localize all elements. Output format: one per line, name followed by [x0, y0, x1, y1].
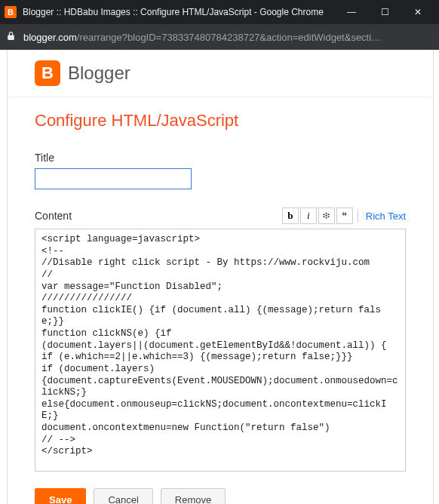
url-path: /rearrange?blogID=738337480784238727&act… [77, 32, 381, 43]
blogger-logo-icon: B [35, 60, 60, 86]
toolbar-separator [358, 209, 358, 223]
title-label: Title [35, 152, 406, 164]
close-button[interactable]: ✕ [401, 0, 434, 24]
italic-button[interactable]: i [300, 207, 317, 224]
lock-icon [6, 31, 16, 43]
maximize-button[interactable]: ☐ [368, 0, 401, 24]
quote-button[interactable]: ❝ [336, 207, 353, 224]
url-domain: blogger.com [23, 32, 77, 43]
richtext-link[interactable]: Rich Text [366, 211, 406, 222]
window-controls: — ☐ ✕ [335, 0, 434, 24]
configure-section: Configure HTML/JavaScript Title Content … [8, 97, 433, 504]
cancel-button[interactable]: Cancel [94, 488, 152, 504]
save-button[interactable]: Save [35, 488, 86, 504]
page-body: B Blogger Configure HTML/JavaScript Titl… [0, 50, 439, 504]
button-row: Save Cancel Remove [35, 488, 406, 504]
address-bar[interactable]: blogger.com/rearrange?blogID=73833748078… [0, 24, 439, 50]
page-title: Configure HTML/JavaScript [35, 111, 406, 131]
window-title: Blogger :: HDBabu Images :: Configure HT… [23, 7, 335, 17]
url-text: blogger.com/rearrange?blogID=73833748078… [23, 32, 433, 43]
favicon-icon: B [5, 6, 17, 18]
bold-button[interactable]: b [282, 207, 299, 224]
editor-toolbar: b i ፨ ❝ Rich Text [281, 207, 406, 224]
main-panel: B Blogger Configure HTML/JavaScript Titl… [8, 50, 433, 504]
remove-button[interactable]: Remove [161, 488, 226, 504]
minimize-button[interactable]: — [335, 0, 368, 24]
title-input[interactable] [35, 168, 192, 189]
strike-button[interactable]: ፨ [318, 207, 335, 224]
blogger-name: Blogger [68, 63, 130, 84]
content-label: Content [35, 210, 72, 222]
blogger-header: B Blogger [8, 50, 433, 97]
browser-titlebar: B Blogger :: HDBabu Images :: Configure … [0, 0, 439, 24]
content-textarea[interactable] [35, 229, 406, 472]
